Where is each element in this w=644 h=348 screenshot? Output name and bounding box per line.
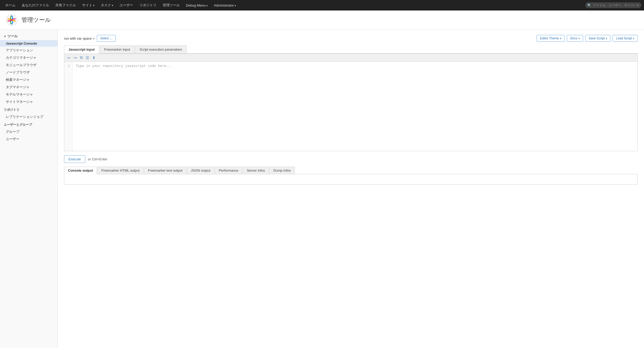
tab-javascript-input[interactable]: Javascript input: [64, 45, 99, 54]
sidebar-item-module-browser[interactable]: モジュールブラウザ: [0, 61, 57, 69]
editor-code-area[interactable]: Type in your repository javascript code …: [73, 62, 637, 151]
redo-icon[interactable]: ↪: [73, 55, 78, 60]
sidebar-group-users: ユーザーとグループ: [0, 120, 57, 128]
tab-freemarker-html-output[interactable]: Freemarker HTML output: [97, 167, 143, 174]
app-logo: [5, 14, 18, 26]
toolbar-row: run with var space = Select ... Editor T…: [64, 35, 638, 42]
content-area: run with var space = Select ... Editor T…: [58, 30, 644, 348]
page-title: 管理ツール: [22, 16, 51, 24]
sidebar-item-node-browser[interactable]: ノードブラウザ: [0, 69, 57, 76]
editor-line-numbers: 1: [64, 62, 73, 151]
export-icon[interactable]: ⬆: [91, 55, 97, 60]
main-layout: ツール Javascript Console アプリケーション カテゴリマネージ…: [0, 30, 644, 348]
format-icon[interactable]: ☰: [85, 55, 90, 60]
editor-container: ↩ ↪ ⧉ ☰ ⬆ 1 Type in your repository java…: [64, 54, 638, 151]
var-space-row: run with var space = Select ...: [64, 35, 116, 42]
search-input[interactable]: [593, 3, 635, 7]
nav-admin-tools[interactable]: 管理ツール: [160, 1, 182, 9]
tab-freemarker-input[interactable]: Freemarker input: [100, 45, 135, 53]
tab-script-params[interactable]: Script execution parameters: [135, 45, 187, 53]
line-number-1: 1: [67, 64, 70, 68]
sidebar-item-groups[interactable]: グループ: [0, 128, 57, 135]
search-icon: 🔍: [587, 3, 592, 7]
tab-freemarker-text-output[interactable]: Freemarker text output: [144, 167, 187, 174]
editor-body: 1 Type in your repository javascript cod…: [64, 62, 637, 151]
nav-site[interactable]: サイト: [80, 1, 97, 9]
output-area: [64, 174, 638, 185]
nav-tasks[interactable]: タスク: [98, 1, 116, 9]
sidebar-item-category-manager[interactable]: カテゴリマネージャ: [0, 54, 57, 61]
sidebar: ツール Javascript Console アプリケーション カテゴリマネージ…: [0, 30, 58, 348]
sidebar-item-tag-manager[interactable]: タグマネージャ: [0, 83, 57, 91]
tab-console-output[interactable]: Console output: [64, 167, 97, 174]
nav-repository[interactable]: リポジトリ: [137, 1, 159, 9]
sidebar-item-replication-jobs[interactable]: レプリケーションジョブ: [0, 113, 57, 120]
shortcut-hint: or Ctrl+Enter: [88, 157, 107, 161]
editor-theme-button[interactable]: Editor Theme: [537, 35, 565, 42]
app-header: 管理ツール: [0, 10, 644, 30]
tab-performance[interactable]: Performance: [215, 167, 242, 174]
docs-button[interactable]: Docs: [567, 35, 583, 42]
tab-json-output[interactable]: JSON output: [187, 167, 214, 174]
select-button[interactable]: Select ...: [97, 35, 116, 42]
search-clear-icon[interactable]: ✕: [636, 3, 639, 7]
nav-your-files[interactable]: あなたのファイル: [19, 1, 52, 9]
toolbar-right: Editor Theme Docs Save Script Load Scrip…: [537, 35, 638, 42]
sidebar-group-repo: リポジトリ: [0, 106, 57, 113]
sidebar-item-application[interactable]: アプリケーション: [0, 47, 57, 54]
tab-dump-infos[interactable]: Dump Infos: [270, 167, 295, 174]
editor-toolbar: ↩ ↪ ⧉ ☰ ⬆: [64, 54, 637, 62]
sidebar-item-users[interactable]: ユーザー: [0, 135, 57, 143]
top-search: 🔍 ✕: [585, 2, 641, 8]
sidebar-item-search-manager[interactable]: 検索マネージャ: [0, 76, 57, 83]
sidebar-item-model-manager[interactable]: モデルマネージャ: [0, 91, 57, 98]
nav-shared-files[interactable]: 共有ファイル: [53, 1, 78, 9]
nav-debug-menu[interactable]: Debug Menu: [183, 2, 210, 9]
load-script-button[interactable]: Load Script: [613, 35, 638, 42]
output-tab-bar: Console output Freemarker HTML output Fr…: [64, 167, 638, 174]
sidebar-item-javascript-console[interactable]: Javascript Console: [0, 40, 57, 47]
copy-icon[interactable]: ⧉: [79, 55, 84, 60]
var-space-label: run with var space =: [64, 36, 95, 40]
top-nav: ホーム あなたのファイル 共有ファイル サイト タスク ユーザー リポジトリ 管…: [0, 0, 644, 10]
nav-home[interactable]: ホーム: [3, 1, 18, 9]
nav-users[interactable]: ユーザー: [117, 1, 136, 9]
undo-icon[interactable]: ↩: [66, 55, 72, 60]
execute-row: Execute or Ctrl+Enter: [64, 155, 638, 163]
execute-button[interactable]: Execute: [64, 155, 85, 163]
tab-server-infos[interactable]: Server infos: [243, 167, 269, 174]
sidebar-section-tools: ツール: [0, 32, 57, 40]
nav-administrator[interactable]: Administrator: [211, 2, 239, 9]
input-tab-bar: Javascript input Freemarker input Script…: [64, 45, 638, 54]
sidebar-item-site-manager[interactable]: サイトマネージャ: [0, 98, 57, 106]
save-script-button[interactable]: Save Script: [585, 35, 610, 42]
